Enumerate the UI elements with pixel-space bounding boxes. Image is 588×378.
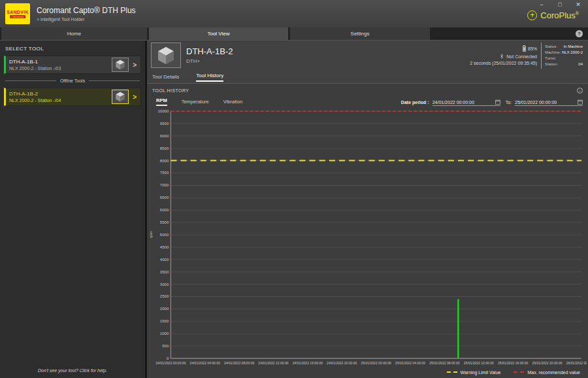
tool-sidebar: SELECT TOOL DTH-A-1B-1 NLX 2000-2 - Stat… — [0, 41, 147, 378]
battery-row: 85% — [523, 45, 537, 52]
history-controls: RPM Temperature Vibration Date period : … — [147, 94, 588, 107]
app-title: Coromant Capto® DTH Plus — [37, 6, 136, 15]
machine-label: Machine: — [545, 50, 561, 55]
coroplus-reg: ® — [576, 11, 579, 16]
tab-home[interactable]: Home — [1, 27, 147, 40]
status-row: Status: In Machine — [545, 44, 583, 49]
svg-text:25/01/2022 04:00:00: 25/01/2022 04:00:00 — [395, 361, 425, 365]
svg-text:10000: 10000 — [158, 109, 169, 113]
to-label: To: — [506, 100, 512, 106]
last-update-row: 2 seconds (25/01/2022 09:35:45) — [470, 61, 537, 65]
status-row: Machine: NLX 2000-2 — [545, 50, 583, 55]
app-title-block: Coromant Capto® DTH Plus > Intelligent T… — [37, 6, 136, 22]
tool-connection-info: 85% Not Connected 2 seconds (25/01/2022 … — [470, 45, 537, 65]
maximize-button[interactable]: □ — [555, 1, 564, 9]
tool-help-link[interactable]: Don't see your tool? Click for help. — [0, 368, 145, 373]
machine-value: NLX 2000-2 — [562, 50, 583, 55]
sidebar-item-tool-1[interactable]: DTH-A-1B-1 NLX 2000-2 - Station -/03 > — [4, 56, 141, 74]
svg-text:0: 0 — [167, 356, 169, 360]
history-header: TOOL HISTORY i — [147, 84, 588, 94]
svg-text:25/01/2022 20:00:00: 25/01/2022 20:00:00 — [532, 361, 562, 365]
coroplus-plus-icon: + — [527, 10, 537, 20]
tab-settings[interactable]: Settings — [290, 27, 430, 40]
content-area: SELECT TOOL DTH-A-1B-1 NLX 2000-2 - Stat… — [0, 41, 588, 378]
sidebar-item-tool-2[interactable]: DTH-A-1B-2 NLX 2000-2 - Station -/04 > — [4, 88, 141, 106]
battery-level: 85% — [528, 46, 537, 51]
tab-tool-details[interactable]: Tool Details — [152, 74, 179, 82]
svg-text:25/01/2022 16:00:00: 25/01/2022 16:00:00 — [498, 361, 528, 365]
main-tab-bar: Home Tool View Settings ? — [0, 27, 588, 41]
capto-tool-icon — [114, 59, 127, 71]
warning-line-swatch — [447, 371, 457, 373]
minimize-button[interactable]: – — [537, 1, 546, 9]
chart-legend: Warning Limit Value Max. recommended val… — [147, 368, 588, 377]
max-line-label: Max. recommended value — [527, 370, 580, 375]
tool-thumbnail-icon — [112, 58, 129, 72]
help-icon[interactable]: ? — [576, 30, 583, 37]
coroplus-wordmark: CoroPlus® — [540, 10, 579, 20]
svg-text:5500: 5500 — [160, 220, 169, 224]
app-window: SANDVIK Coromant Coromant Capto® DTH Plu… — [0, 0, 588, 378]
svg-text:24/01/2022 08:00:00: 24/01/2022 08:00:00 — [224, 361, 254, 365]
tool-1-machine: NLX 2000-2 - Station -/03 — [9, 66, 112, 71]
coroplus-name: CoroPlus — [540, 10, 575, 20]
tab-temperature[interactable]: Temperature — [182, 99, 209, 106]
tab-vibration[interactable]: Vibration — [223, 99, 242, 106]
tool-name: DTH-A-1B-2 — [186, 46, 470, 56]
close-button[interactable]: ✕ — [574, 1, 583, 9]
tool-1-text: DTH-A-1B-1 NLX 2000-2 - Station -/03 — [6, 59, 112, 71]
battery-icon — [523, 45, 526, 52]
select-tool-heading: SELECT TOOL — [0, 41, 145, 54]
date-to-field — [515, 99, 583, 106]
divider-line — [89, 80, 140, 81]
tab-rpm[interactable]: RPM — [156, 97, 167, 106]
detail-tab-bar: Tool Details Tool History — [147, 70, 588, 82]
svg-text:7500: 7500 — [160, 171, 169, 175]
tool-type: DTH+ — [186, 58, 470, 64]
svg-text:24/01/2022 04:00:00: 24/01/2022 04:00:00 — [190, 361, 220, 365]
status-label: Status: — [545, 44, 557, 49]
svg-text:4500: 4500 — [160, 245, 169, 249]
offline-tools-label: Offline Tools — [60, 78, 85, 83]
svg-text:9000: 9000 — [160, 134, 169, 138]
legend-max-recommended: Max. recommended value — [514, 370, 580, 375]
svg-text:6500: 6500 — [160, 196, 169, 199]
status-row: Turret: — [545, 56, 583, 61]
calendar-icon[interactable] — [495, 99, 500, 105]
date-to-input[interactable] — [515, 100, 578, 105]
capto-tool-icon — [154, 45, 178, 66]
svg-text:24/01/2022 12:00:00: 24/01/2022 12:00:00 — [258, 361, 288, 365]
svg-text:26/01/2022 00:00:00: 26/01/2022 00:00:00 — [566, 361, 587, 365]
tool-view-panel: DTH-A-1B-2 DTH+ 85% — [147, 41, 588, 378]
svg-text:3500: 3500 — [160, 270, 169, 274]
turret-label: Turret: — [545, 56, 556, 61]
svg-text:1500: 1500 — [160, 319, 169, 323]
app-subtitle: > Intelligent Tool Holder — [37, 17, 136, 22]
coroplus-logo: + CoroPlus® — [527, 10, 579, 20]
date-period-label: Date period : — [401, 100, 429, 106]
date-from-input[interactable] — [433, 100, 495, 105]
warning-line-label: Warning Limit Value — [461, 370, 501, 375]
svg-text:2500: 2500 — [160, 295, 169, 299]
tool-2-name: DTH-A-1B-2 — [9, 91, 112, 97]
divider-line — [5, 80, 56, 81]
window-controls: – □ ✕ — [537, 1, 583, 9]
calendar-icon[interactable] — [578, 99, 583, 105]
title-bar: SANDVIK Coromant Coromant Capto® DTH Plu… — [0, 0, 588, 27]
svg-text:500: 500 — [162, 344, 169, 348]
svg-text:9500: 9500 — [160, 122, 169, 126]
history-title: TOOL HISTORY — [152, 88, 189, 93]
status-row: Station: 04 — [545, 61, 583, 67]
svg-text:4000: 4000 — [160, 258, 169, 262]
svg-text:3000: 3000 — [160, 283, 169, 286]
tab-tool-view[interactable]: Tool View — [149, 27, 288, 40]
tool-2-text: DTH-A-1B-2 NLX 2000-2 - Station -/04 — [6, 91, 112, 103]
info-icon[interactable]: i — [577, 88, 583, 94]
svg-text:8000: 8000 — [160, 159, 169, 163]
connection-row: Not Connected — [499, 53, 537, 60]
tab-tool-history[interactable]: Tool History — [196, 73, 223, 82]
svg-text:24/01/2022 20:00:00: 24/01/2022 20:00:00 — [327, 361, 357, 365]
svg-text:25/01/2022 00:00:00: 25/01/2022 00:00:00 — [361, 361, 391, 365]
max-line-swatch — [514, 371, 524, 373]
svg-text:24/01/2022 16:00:00: 24/01/2022 16:00:00 — [293, 361, 323, 365]
